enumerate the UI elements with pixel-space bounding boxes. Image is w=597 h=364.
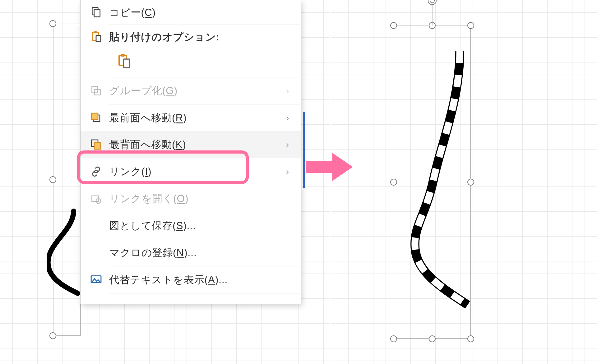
svg-rect-13 bbox=[94, 143, 101, 149]
rotation-handle[interactable] bbox=[428, 0, 437, 5]
menu-header-paste-options: 貼り付けのオプション: bbox=[81, 25, 301, 49]
menu-label: 最前面へ移動(R) bbox=[105, 111, 281, 125]
chevron-right-icon: › bbox=[281, 113, 294, 123]
selection-box-left bbox=[53, 24, 81, 336]
canvas-after bbox=[331, 0, 597, 364]
selection-handle[interactable] bbox=[467, 335, 474, 342]
group-icon bbox=[87, 85, 105, 96]
menu-label: 貼り付けのオプション: bbox=[105, 30, 294, 44]
menu-label: 最背面へ移動(K) bbox=[105, 138, 281, 152]
link-icon bbox=[87, 166, 105, 177]
context-menu[interactable]: コピー(C) 貼り付けのオプション: bbox=[80, 0, 301, 304]
paste-option-keep-source[interactable] bbox=[114, 52, 134, 71]
chevron-right-icon: › bbox=[281, 86, 294, 96]
bring-to-front-icon bbox=[87, 112, 105, 123]
alt-text-icon bbox=[87, 274, 105, 286]
menu-item-alt-text[interactable]: 代替テキストを表示(A)... bbox=[81, 266, 301, 293]
svg-rect-1 bbox=[94, 10, 100, 17]
menu-label: 代替テキストを表示(A)... bbox=[105, 273, 294, 287]
menu-item-copy[interactable]: コピー(C) bbox=[81, 0, 301, 25]
copy-icon bbox=[87, 7, 105, 18]
menu-item-open-link: リンクを開く(O) bbox=[81, 185, 301, 212]
menu-item-bring-to-front[interactable]: 最前面へ移動(R) › bbox=[81, 104, 301, 131]
svg-rect-7 bbox=[123, 59, 130, 68]
menu-label: マクロの登録(N)... bbox=[105, 246, 294, 260]
chevron-right-icon: › bbox=[281, 167, 294, 177]
selection-handle[interactable] bbox=[467, 22, 474, 29]
menu-item-link[interactable]: リンク(I) › bbox=[81, 158, 301, 185]
chevron-right-icon: › bbox=[281, 140, 294, 150]
rotation-connector bbox=[432, 2, 433, 25]
svg-rect-11 bbox=[91, 113, 98, 120]
menu-label: リンク(I) bbox=[105, 165, 281, 179]
viewport: コピー(C) 貼り付けのオプション: bbox=[0, 0, 597, 364]
menu-item-cropped[interactable] bbox=[81, 293, 301, 304]
send-to-back-icon bbox=[87, 139, 105, 150]
selection-handle[interactable] bbox=[49, 332, 56, 339]
menu-item-group: グループ化(G) › bbox=[81, 77, 301, 104]
open-link-icon bbox=[87, 193, 105, 204]
selection-handle[interactable] bbox=[467, 179, 474, 186]
selection-handle[interactable] bbox=[49, 20, 56, 27]
svg-rect-4 bbox=[96, 35, 101, 42]
menu-label: グループ化(G) bbox=[105, 84, 281, 98]
menu-label: コピー(C) bbox=[105, 6, 294, 20]
selection-handle[interactable] bbox=[429, 335, 436, 342]
menu-item-send-to-back[interactable]: 最背面へ移動(K) › bbox=[81, 131, 301, 158]
svg-rect-6 bbox=[121, 54, 125, 57]
canvas-before: コピー(C) 貼り付けのオプション: bbox=[0, 0, 330, 364]
selection-handle[interactable] bbox=[390, 179, 397, 186]
paste-options-row bbox=[81, 49, 301, 77]
menu-item-save-as-picture[interactable]: 図として保存(S)... bbox=[81, 212, 301, 239]
menu-item-assign-macro[interactable]: マクロの登録(N)... bbox=[81, 239, 301, 266]
menu-label: リンクを開く(O) bbox=[105, 192, 294, 206]
paste-icon bbox=[87, 31, 105, 43]
menu-label: 図として保存(S)... bbox=[105, 219, 294, 233]
selection-handle[interactable] bbox=[390, 22, 397, 29]
selection-handle[interactable] bbox=[49, 176, 56, 183]
selection-box-right bbox=[394, 25, 471, 339]
svg-rect-3 bbox=[94, 31, 97, 34]
selection-handle[interactable] bbox=[390, 335, 397, 342]
